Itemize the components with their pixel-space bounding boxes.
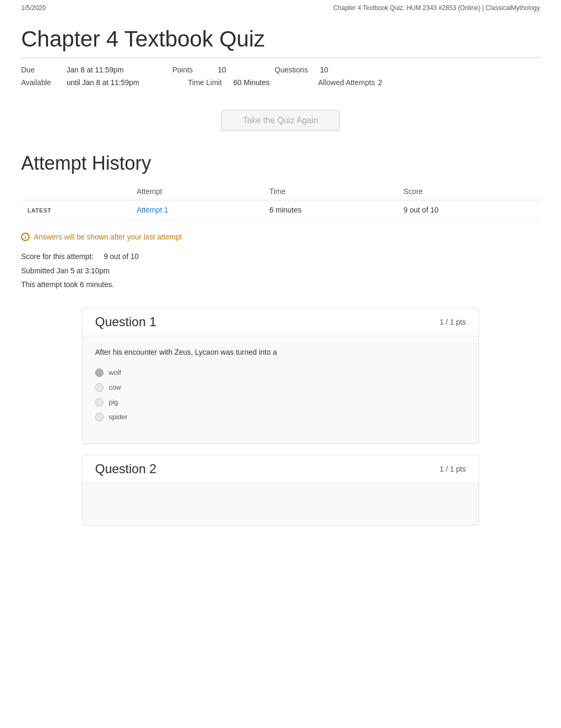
quiz-meta: Due Jan 8 at 11:59pm Points 10 Questions… bbox=[0, 58, 561, 94]
answer-option-pig: pig bbox=[95, 398, 466, 407]
question-1-points: 1 / 1 pts bbox=[440, 318, 466, 326]
question-1-text: After his encounter with Zeus, Lycaon wa… bbox=[95, 347, 466, 358]
answer-pig-label: pig bbox=[109, 398, 118, 406]
course-title-label: Chapter 4 Textbook Quiz: HUM 2343 #2853 … bbox=[333, 4, 540, 12]
page-title: Chapter 4 Textbook Quiz bbox=[0, 16, 561, 57]
notice-text: Answers will be shown after your last at… bbox=[34, 233, 182, 241]
col-header-empty bbox=[21, 183, 130, 200]
points-value: 10 bbox=[214, 66, 226, 74]
attempt-time: 6 minutes bbox=[263, 200, 397, 220]
question-2-number: Question 2 bbox=[95, 462, 156, 476]
attempt-summary: i Answers will be shown after your last … bbox=[0, 220, 561, 297]
available-label: Available bbox=[21, 78, 63, 87]
allowed-attempts-value: 2 bbox=[375, 78, 382, 87]
question-1-number: Question 1 bbox=[95, 315, 156, 329]
due-label: Due bbox=[21, 66, 63, 74]
question-2-header: Question 2 1 / 1 pts bbox=[82, 455, 479, 483]
radio-spider bbox=[95, 413, 104, 421]
points-label: Points bbox=[172, 66, 214, 74]
question-1-block: Question 1 1 / 1 pts After his encounter… bbox=[82, 308, 479, 444]
answer-wolf-label: wolf bbox=[109, 368, 121, 376]
duration-line: This attempt took 6 minutes. bbox=[21, 278, 540, 292]
time-limit-label: Time Limit bbox=[188, 78, 230, 87]
question-2-block: Question 2 1 / 1 pts bbox=[82, 455, 479, 526]
attempt-history-title: Attempt History bbox=[0, 147, 561, 183]
latest-badge: LATEST bbox=[27, 207, 51, 214]
question-1-body: After his encounter with Zeus, Lycaon wa… bbox=[82, 336, 479, 444]
answer-cow-label: cow bbox=[109, 383, 121, 391]
answer-option-wolf: wolf bbox=[95, 368, 466, 377]
table-row: LATEST Attempt 1 6 minutes 9 out of 10 bbox=[21, 200, 540, 220]
take-quiz-button[interactable]: Take the Quiz Again bbox=[221, 110, 340, 131]
col-header-time: Time bbox=[263, 183, 397, 200]
date-label: 1/5/2020 bbox=[21, 4, 46, 12]
radio-cow bbox=[95, 383, 104, 392]
attempt-details: Score for this attempt: 9 out of 10 Subm… bbox=[21, 250, 540, 292]
question-2-body bbox=[82, 483, 479, 525]
attempt-table: Attempt Time Score LATEST Attempt 1 6 mi… bbox=[21, 183, 540, 220]
question-1-header: Question 1 1 / 1 pts bbox=[82, 308, 479, 336]
col-header-attempt: Attempt bbox=[130, 183, 263, 200]
questions-value: 10 bbox=[317, 66, 329, 74]
notice-icon: i bbox=[21, 233, 30, 241]
attempt-score: 9 out of 10 bbox=[397, 200, 540, 220]
col-header-score: Score bbox=[397, 183, 540, 200]
attempt-link[interactable]: Attempt 1 bbox=[137, 206, 169, 214]
radio-pig bbox=[95, 398, 104, 407]
score-value: 9 out of 10 bbox=[104, 252, 138, 261]
score-line: Score for this attempt: 9 out of 10 bbox=[21, 250, 540, 264]
submitted-line: Submitted Jan 5 at 3:10pm bbox=[21, 264, 540, 278]
answer-option-spider: spider bbox=[95, 413, 466, 421]
quiz-actions: Take the Quiz Again bbox=[0, 94, 561, 147]
due-value: Jan 8 at 11:59pm bbox=[63, 66, 124, 74]
answer-option-cow: cow bbox=[95, 383, 466, 392]
available-value: until Jan 8 at 11:59pm bbox=[63, 78, 139, 87]
questions-label: Questions bbox=[275, 66, 317, 74]
allowed-attempts-label: Allowed Attempts bbox=[318, 78, 375, 87]
answer-notice: i Answers will be shown after your last … bbox=[21, 233, 540, 241]
answer-spider-label: spider bbox=[109, 413, 127, 421]
question-2-points: 1 / 1 pts bbox=[440, 465, 466, 473]
table-header-row: Attempt Time Score bbox=[21, 183, 540, 200]
radio-wolf bbox=[95, 368, 104, 377]
score-label: Score for this attempt: bbox=[21, 252, 94, 261]
time-limit-value: 60 Minutes bbox=[230, 78, 269, 87]
